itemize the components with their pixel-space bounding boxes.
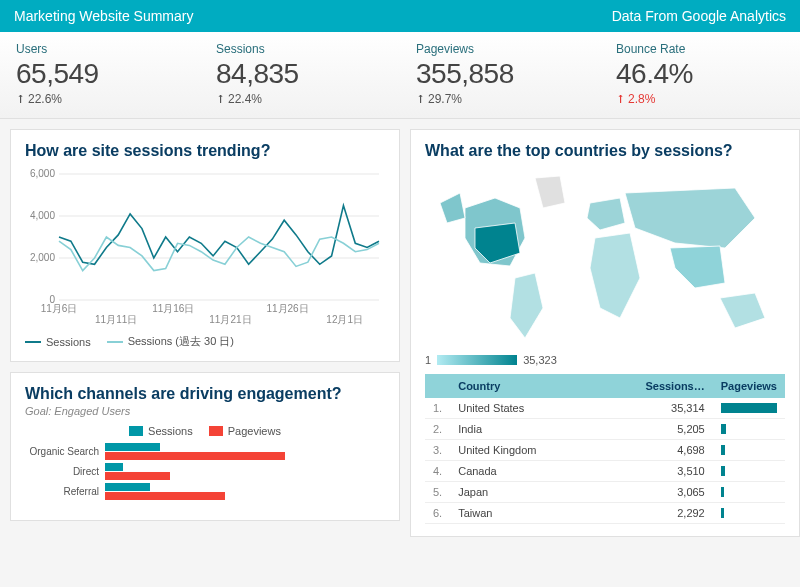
cell-rank: 6. [425,503,450,524]
kpi-label: Sessions [216,42,384,56]
cell-rank: 1. [425,398,450,419]
channels-bar-chart[interactable]: Organic SearchDirectReferral [25,443,385,508]
legend-swatch-icon [107,341,123,343]
cell-sessions: 2,292 [637,503,712,524]
svg-text:11月11日: 11月11日 [95,314,137,325]
table-row[interactable]: 4. Canada 3,510 [425,461,785,482]
cell-country: United Kingdom [450,440,637,461]
svg-text:Organic Search: Organic Search [30,446,99,457]
col-country[interactable]: Country [450,374,637,398]
channels-card: Which channels are driving engagement? G… [10,372,400,521]
svg-text:11月26日: 11月26日 [266,303,308,314]
kpi-delta: 🠕22.4% [216,92,384,106]
svg-rect-19 [105,472,170,480]
gradient-bar-icon [437,355,517,365]
cell-rank: 4. [425,461,450,482]
table-row[interactable]: 2. India 5,205 [425,419,785,440]
cell-rank: 5. [425,482,450,503]
cell-country: Canada [450,461,637,482]
cell-country: Taiwan [450,503,637,524]
main-content: How are site sessions trending? 02,0004,… [0,119,800,547]
cell-sessions: 3,065 [637,482,712,503]
svg-text:6,000: 6,000 [30,168,55,179]
legend-swatch-icon [25,341,41,343]
cell-pageviews [713,398,785,419]
table-row[interactable]: 6. Taiwan 2,292 [425,503,785,524]
cell-pageviews [713,419,785,440]
page-title: Marketing Website Summary [14,8,193,24]
kpi-label: Bounce Rate [616,42,784,56]
cell-country: Japan [450,482,637,503]
cell-pageviews [713,482,785,503]
svg-text:12月1日: 12月1日 [326,314,363,325]
col-rank[interactable] [425,374,450,398]
map-legend: 1 35,323 [425,354,785,366]
line-chart-legend: Sessions Sessions (過去 30 日) [25,334,385,349]
cell-sessions: 4,698 [637,440,712,461]
table-row[interactable]: 1. United States 35,314 [425,398,785,419]
cell-pageviews [713,461,785,482]
cell-pageviews [713,440,785,461]
cell-rank: 2. [425,419,450,440]
cell-sessions: 3,510 [637,461,712,482]
legend-swatch-icon [209,426,223,436]
kpi-value: 355,858 [416,58,584,90]
arrow-up-icon: 🠕 [216,94,226,105]
svg-rect-21 [105,483,150,491]
svg-text:Referral: Referral [63,486,99,497]
bar-chart-legend: Sessions Pageviews [25,425,385,437]
kpi-value: 84,835 [216,58,384,90]
cell-rank: 3. [425,440,450,461]
svg-text:11月16日: 11月16日 [152,303,194,314]
svg-rect-18 [105,463,123,471]
svg-text:4,000: 4,000 [30,210,55,221]
kpi-label: Pageviews [416,42,584,56]
sessions-line-chart[interactable]: 02,0004,0006,00011月6日11月11日11月16日11月21日1… [25,168,385,328]
card-title: What are the top countries by sessions? [425,142,785,160]
table-row[interactable]: 5. Japan 3,065 [425,482,785,503]
cell-sessions: 5,205 [637,419,712,440]
kpi-delta: 🠕2.8% [616,92,784,106]
arrow-up-icon: 🠕 [16,94,26,105]
kpi-value: 65,549 [16,58,184,90]
kpi-bar: Users 65,549 🠕22.6% Sessions 84,835 🠕22.… [0,32,800,119]
sessions-trend-card: How are site sessions trending? 02,0004,… [10,129,400,362]
svg-rect-22 [105,492,225,500]
legend-swatch-icon [129,426,143,436]
kpi-users[interactable]: Users 65,549 🠕22.6% [0,32,200,118]
kpi-bounce-rate[interactable]: Bounce Rate 46.4% 🠕2.8% [600,32,800,118]
table-row[interactable]: 3. United Kingdom 4,698 [425,440,785,461]
kpi-delta: 🠕29.7% [416,92,584,106]
card-title: How are site sessions trending? [25,142,385,160]
world-map[interactable] [425,168,785,348]
svg-text:Direct: Direct [73,466,99,477]
svg-rect-15 [105,443,160,451]
cell-country: United States [450,398,637,419]
cell-country: India [450,419,637,440]
kpi-label: Users [16,42,184,56]
col-sessions[interactable]: Sessions… [637,374,712,398]
svg-rect-16 [105,452,285,460]
kpi-value: 46.4% [616,58,784,90]
svg-text:11月6日: 11月6日 [41,303,78,314]
cell-pageviews [713,503,785,524]
header-bar: Marketing Website Summary Data From Goog… [0,0,800,32]
kpi-sessions[interactable]: Sessions 84,835 🠕22.4% [200,32,400,118]
data-source-label: Data From Google Analytics [612,8,786,24]
col-pageviews[interactable]: Pageviews [713,374,785,398]
arrow-up-icon: 🠕 [416,94,426,105]
kpi-delta: 🠕22.6% [16,92,184,106]
cell-sessions: 35,314 [637,398,712,419]
svg-text:2,000: 2,000 [30,252,55,263]
svg-text:11月21日: 11月21日 [209,314,251,325]
card-subtitle: Goal: Engaged Users [25,405,385,417]
kpi-pageviews[interactable]: Pageviews 355,858 🠕29.7% [400,32,600,118]
countries-card: What are the top countries by sessions? … [410,129,800,537]
card-title: Which channels are driving engagement? [25,385,385,403]
countries-table: Country Sessions… Pageviews 1. United St… [425,374,785,524]
arrow-up-icon: 🠕 [616,94,626,105]
